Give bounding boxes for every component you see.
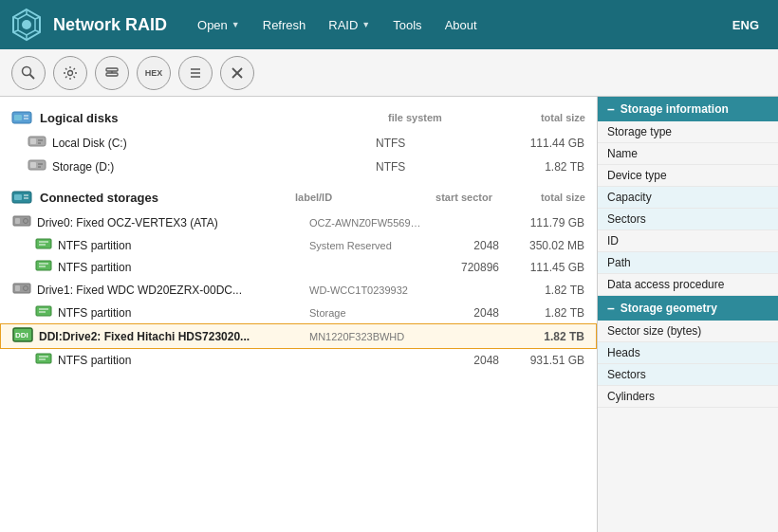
local-disk-c[interactable]: Local Disk (C:) NTFS 111.44 GB — [0, 131, 597, 155]
info-sector-size[interactable]: Sector size (bytes) — [598, 321, 778, 342]
drive0-part1[interactable]: NTFS partition System Reserved 2048 350.… — [0, 234, 597, 256]
ddi-part1-sector: 2048 — [423, 354, 499, 367]
language-selector[interactable]: ENG — [723, 18, 769, 32]
search-button[interactable] — [11, 56, 46, 90]
logical-fs-header: file system — [388, 112, 483, 123]
ddi-part1[interactable]: NTFS partition 2048 931.51 GB — [0, 349, 597, 371]
local-disk-c-icon — [28, 135, 46, 151]
partition-button[interactable] — [95, 56, 129, 90]
gear-icon — [63, 65, 78, 81]
drive1-part1-sector: 2048 — [423, 306, 499, 320]
storage-d[interactable]: Storage (D:) NTFS 1.82 TB — [0, 155, 597, 178]
gear-button[interactable] — [53, 56, 87, 90]
drive0-row[interactable]: Drive0: Fixed OCZ-VERTEX3 (ATA) OCZ-AWNZ… — [0, 211, 597, 234]
drive0-part1-icon — [35, 238, 52, 252]
storage-d-icon — [28, 158, 46, 174]
logical-disks-icon — [11, 110, 32, 125]
svg-rect-33 — [14, 194, 22, 200]
svg-rect-13 — [106, 73, 118, 76]
connected-storages-header: Connected storages label/ID start sector… — [0, 184, 597, 211]
info-capacity[interactable]: Capacity — [598, 187, 778, 209]
partition-green-icon-3 — [35, 305, 52, 317]
drive1-hdd-icon — [12, 282, 31, 295]
storage-size-header: total size — [500, 192, 585, 203]
drive1-part1-size: 1.82 TB — [499, 306, 584, 320]
drive1-part1[interactable]: NTFS partition Storage 2048 1.82 TB — [0, 302, 597, 323]
drive0-part1-size: 350.02 MB — [499, 239, 584, 252]
drive0-size: 111.79 GB — [499, 216, 584, 229]
svg-text:DDI: DDI — [15, 331, 28, 339]
info-name[interactable]: Name — [598, 143, 778, 165]
local-disk-c-fs: NTFS — [376, 137, 490, 150]
partition-green-icon — [35, 238, 52, 249]
local-disk-c-label: Local Disk (C:) — [52, 137, 376, 150]
hdd-icon-2 — [28, 158, 46, 172]
drive0-id: OCZ-AWNZ0FW55696... — [309, 217, 423, 229]
drive1-icon — [12, 282, 31, 298]
main-layout: Logical disks file system total size Loc… — [0, 97, 778, 532]
svg-point-9 — [23, 66, 31, 75]
info-cylinders[interactable]: Cylinders — [598, 386, 778, 408]
right-panel: – Storage information Storage type Name … — [598, 97, 778, 532]
storage-info-dash: – — [607, 101, 615, 117]
drive0-part2-size: 111.45 GB — [499, 261, 584, 274]
drive0-icon — [12, 214, 31, 230]
partition-icon — [104, 65, 120, 81]
ddi-part1-label: NTFS partition — [58, 354, 309, 367]
nav-refresh[interactable]: Refresh — [251, 0, 318, 49]
close-icon — [231, 66, 244, 80]
drive0-part1-label: NTFS partition — [58, 239, 309, 252]
drive0-part1-id: System Reserved — [309, 240, 423, 251]
ddi-icon: DDI — [12, 327, 33, 342]
svg-rect-25 — [30, 138, 36, 144]
connected-storages-icon — [11, 190, 32, 205]
info-path[interactable]: Path — [598, 252, 778, 274]
search-icon — [21, 65, 36, 81]
partition-green-icon-2 — [35, 260, 52, 271]
drive1-part1-label: NTFS partition — [58, 306, 309, 320]
drive0-part2[interactable]: NTFS partition 720896 111.45 GB — [0, 256, 597, 278]
info-storage-type[interactable]: Storage type — [598, 121, 778, 143]
info-device-type[interactable]: Device type — [598, 165, 778, 187]
ddi-drive2-row[interactable]: DDI DDI:Drive2: Fixed Hitachi HDS723020.… — [0, 323, 597, 349]
drive1-row[interactable]: Drive1: Fixed WDC WD20EZRX-00DC... WD-WC… — [0, 278, 597, 302]
storage-geometry-label: Storage geometry — [621, 302, 717, 315]
info-data-access[interactable]: Data access procedure — [598, 274, 778, 296]
svg-line-10 — [30, 74, 35, 79]
svg-point-11 — [68, 70, 73, 75]
list-button[interactable] — [178, 56, 213, 90]
nav-open[interactable]: Open ▼ — [186, 0, 251, 49]
storage-d-size: 1.82 TB — [490, 160, 584, 174]
drive0-label: Drive0: Fixed OCZ-VERTEX3 (ATA) — [37, 216, 309, 229]
partition-green-icon-4 — [35, 353, 52, 364]
close-button[interactable] — [220, 56, 254, 90]
storage-sector-header: start sector — [417, 192, 492, 203]
info-sectors-geo[interactable]: Sectors — [598, 364, 778, 386]
ddi-part1-size: 931.51 GB — [499, 354, 584, 367]
drive1-id: WD-WCC1T0239932 — [309, 284, 423, 296]
hex-button[interactable]: HEX — [137, 56, 171, 90]
logical-size-header: total size — [491, 112, 585, 123]
drive0-part2-sector: 720896 — [423, 261, 499, 274]
connected-storages-label: Connected storages — [40, 191, 158, 205]
drive0-part2-label: NTFS partition — [58, 261, 309, 274]
drive1-part1-icon — [35, 305, 52, 320]
list-icon — [188, 65, 203, 81]
info-heads[interactable]: Heads — [598, 342, 778, 364]
nav-about[interactable]: About — [434, 0, 489, 49]
storage-info-header: – Storage information — [598, 97, 778, 121]
drive0-part1-sector: 2048 — [423, 239, 499, 252]
nav-tools[interactable]: Tools — [381, 0, 433, 49]
app-logo — [9, 8, 44, 42]
drive1-size: 1.82 TB — [499, 284, 584, 297]
drive0-hdd-icon — [12, 214, 31, 228]
local-disk-c-size: 111.44 GB — [490, 137, 584, 150]
nav-raid[interactable]: RAID ▼ — [317, 0, 381, 49]
app-title: Network RAID — [53, 15, 167, 35]
info-id[interactable]: ID — [598, 230, 778, 252]
top-navigation: Network RAID Open ▼ Refresh RAID ▼ Tools… — [0, 0, 778, 49]
info-sectors[interactable]: Sectors — [598, 209, 778, 230]
svg-rect-46 — [15, 285, 20, 291]
ddi-drive2-id: MN1220F323BWHD — [309, 331, 423, 342]
svg-point-2 — [22, 20, 31, 29]
